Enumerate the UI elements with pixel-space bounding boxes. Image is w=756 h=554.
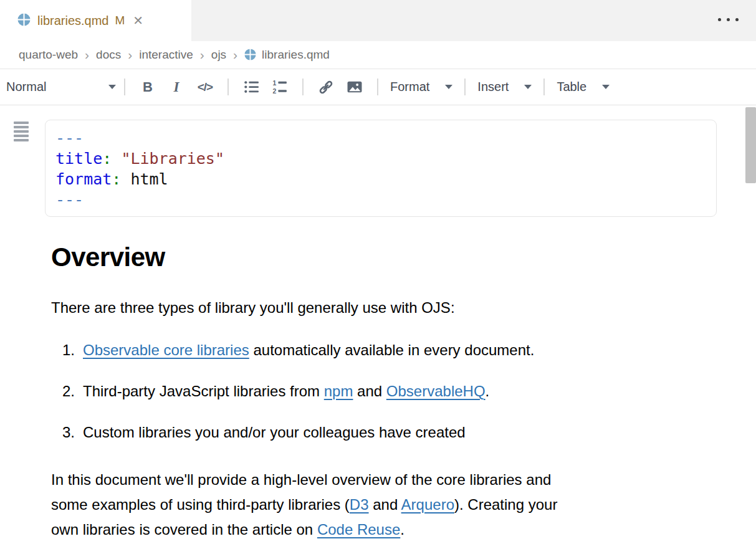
close-icon[interactable]: ✕ <box>133 14 143 27</box>
tab-strip: libraries.qmd M ✕ <box>0 0 756 41</box>
list-marker: 3. <box>62 423 83 442</box>
chevron-down-icon <box>108 85 116 89</box>
list-marker: 2. <box>62 381 83 401</box>
yaml-key-format: format <box>55 170 112 188</box>
heading-overview[interactable]: Overview <box>51 243 717 272</box>
bold-button[interactable]: B <box>133 75 162 99</box>
italic-icon: I <box>174 79 179 95</box>
list-item-1[interactable]: 1. Observable core libraries automatical… <box>51 340 717 360</box>
numbered-list: 1. Observable core libraries automatical… <box>51 340 717 442</box>
intro-paragraph[interactable]: There are three types of library you'll … <box>51 298 717 318</box>
link-npm[interactable]: npm <box>324 383 353 399</box>
toolbar-divider <box>227 79 229 95</box>
insert-menu[interactable]: Insert <box>474 80 535 94</box>
tab-title: libraries.qmd <box>37 14 108 28</box>
yaml-delimiter: --- <box>55 191 84 209</box>
yaml-value-title: "Libraries" <box>121 150 224 168</box>
toolbar-divider <box>543 79 545 95</box>
numbered-list-button[interactable]: 1 2 <box>266 75 294 99</box>
image-button[interactable] <box>340 75 369 99</box>
chevron-right-icon: › <box>200 47 204 62</box>
editor-toolbar: Normal B I </> 1 2 <box>0 69 756 105</box>
link-arquero[interactable]: Arquero <box>401 496 454 513</box>
chevron-right-icon: › <box>85 47 89 62</box>
quarto-icon <box>17 13 31 29</box>
yaml-value-format: html <box>130 170 168 188</box>
paragraph-style-value: Normal <box>6 80 46 94</box>
bulleted-list-icon <box>243 79 260 95</box>
outro-paragraph[interactable]: In this document we'll provide a high-le… <box>51 467 717 542</box>
tab-libraries-qmd[interactable]: libraries.qmd M ✕ <box>0 0 191 41</box>
table-menu[interactable]: Table <box>553 80 613 94</box>
svg-text:1: 1 <box>272 80 276 87</box>
link-code-reuse[interactable]: Code Reuse <box>317 521 400 538</box>
toolbar-divider <box>124 79 125 95</box>
yaml-key-title: title <box>55 150 102 168</box>
quarto-icon <box>244 48 256 62</box>
link-d3[interactable]: D3 <box>350 496 369 513</box>
chevron-down-icon <box>524 85 532 89</box>
toolbar-divider <box>377 79 378 95</box>
yaml-front-matter-block[interactable]: --- title: "Libraries" format: html --- <box>45 120 717 217</box>
image-icon <box>346 79 363 95</box>
link-button[interactable] <box>312 75 340 99</box>
link-observable-core-libraries[interactable]: Observable core libraries <box>83 341 249 358</box>
numbered-list-icon: 1 2 <box>272 79 289 95</box>
bulleted-list-button[interactable] <box>237 75 266 99</box>
chevron-right-icon: › <box>128 47 132 62</box>
list-marker: 1. <box>62 340 83 360</box>
paragraph-style-select[interactable]: Normal <box>6 80 116 94</box>
block-drag-handle-icon[interactable] <box>14 122 29 143</box>
modified-badge: M <box>115 14 125 27</box>
breadcrumb-item-interactive[interactable]: interactive <box>139 48 193 62</box>
list-item-2[interactable]: 2. Third-party JavaScript libraries from… <box>51 381 717 401</box>
chevron-down-icon <box>445 85 452 89</box>
bold-icon: B <box>143 79 153 95</box>
more-actions-button[interactable] <box>718 18 739 21</box>
toolbar-divider <box>302 79 304 95</box>
toolbar-divider <box>464 79 466 95</box>
breadcrumb-item-quarto-web[interactable]: quarto-web <box>19 48 78 62</box>
yaml-delimiter: --- <box>55 129 84 147</box>
chevron-right-icon: › <box>233 47 237 62</box>
breadcrumb-item-docs[interactable]: docs <box>96 48 121 62</box>
editor-canvas[interactable]: --- title: "Libraries" format: html --- … <box>0 105 756 553</box>
svg-text:2: 2 <box>272 88 276 95</box>
breadcrumb-item-file[interactable]: libraries.qmd <box>262 48 330 62</box>
format-menu[interactable]: Format <box>386 80 456 94</box>
code-icon: </> <box>198 80 213 94</box>
list-item-3[interactable]: 3. Custom libraries you and/or your coll… <box>51 423 717 442</box>
chevron-down-icon <box>602 85 610 89</box>
breadcrumb-item-ojs[interactable]: ojs <box>211 48 226 62</box>
breadcrumb: quarto-web › docs › interactive › ojs › … <box>0 41 756 69</box>
italic-button[interactable]: I <box>162 75 191 99</box>
vertical-scrollbar-thumb[interactable] <box>745 107 756 183</box>
link-icon <box>317 79 335 95</box>
code-button[interactable]: </> <box>191 75 219 99</box>
link-observablehq[interactable]: ObservableHQ <box>386 383 486 399</box>
